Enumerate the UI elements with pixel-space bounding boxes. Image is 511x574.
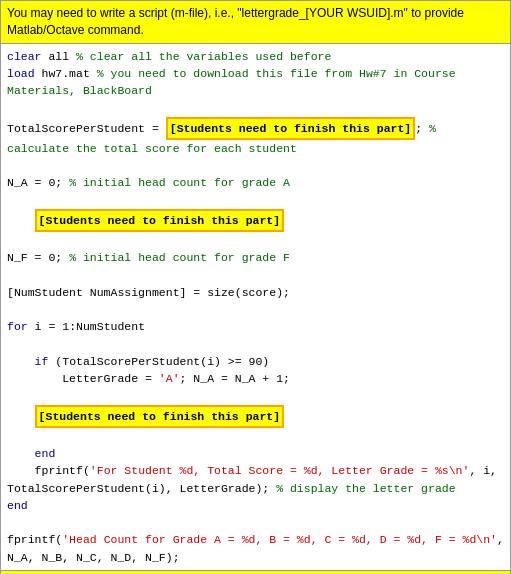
code-line-blank3 (7, 192, 504, 209)
code-line-11: [Students need to finish this part] (7, 405, 504, 428)
code-line-10: LetterGrade = 'A'; N_A = N_A + 1; (7, 370, 504, 387)
code-line-4: N_A = 0; % initial head count for grade … (7, 174, 504, 191)
code-line-15: fprintf('Head Count for Grade A = %d, B … (7, 531, 504, 566)
code-line-blank5 (7, 267, 504, 284)
code-line-5: [Students need to finish this part] (7, 209, 504, 232)
code-line-8: for i = 1:NumStudent (7, 318, 504, 335)
top-note-text: You may need to write a script (m-file),… (7, 6, 464, 37)
code-line-blank10 (7, 514, 504, 531)
code-line-blank8 (7, 387, 504, 404)
highlight-3: [Students need to finish this part] (35, 405, 285, 428)
code-line-blank7 (7, 336, 504, 353)
code-line-blank4 (7, 232, 504, 249)
code-line-2: load hw7.mat % you need to download this… (7, 65, 504, 100)
code-line-blank1 (7, 99, 504, 116)
highlight-1: [Students need to finish this part] (166, 117, 416, 140)
code-line-13: fprintf('For Student %d, Total Score = %… (7, 462, 504, 497)
code-line-6: N_F = 0; % initial head count for grade … (7, 249, 504, 266)
keyword-clear: clear (7, 50, 42, 63)
code-line-9: if (TotalScorePerStudent(i) >= 90) (7, 353, 504, 370)
top-note-box: You may need to write a script (m-file),… (0, 0, 511, 571)
code-area: clear all % clear all the variables used… (0, 44, 511, 571)
code-line-blank6 (7, 301, 504, 318)
code-line-blank2 (7, 157, 504, 174)
code-line-14: end (7, 497, 504, 514)
code-line-blank9 (7, 428, 504, 445)
code-line-3: TotalScorePerStudent = [Students need to… (7, 117, 504, 158)
code-line-1: clear all % clear all the variables used… (7, 48, 504, 65)
code-line-7: [NumStudent NumAssignment] = size(score)… (7, 284, 504, 301)
code-line-12: end (7, 445, 504, 462)
highlight-2: [Students need to finish this part] (35, 209, 285, 232)
